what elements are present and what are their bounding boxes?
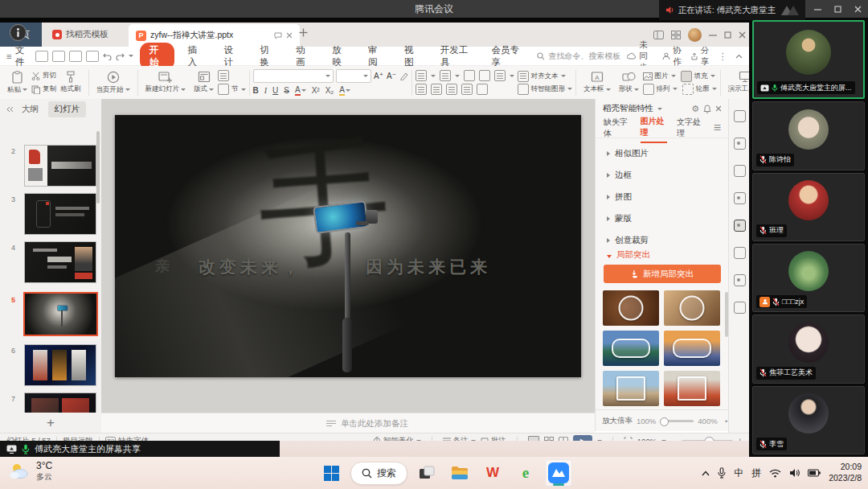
battery-icon[interactable] xyxy=(808,469,821,477)
columns-icon[interactable] xyxy=(477,84,488,95)
grid-layout-icon[interactable] xyxy=(671,31,681,39)
outline-button[interactable]: 轮廓 xyxy=(682,84,717,94)
taskbar-clock[interactable]: 20:09 2023/2/8 xyxy=(829,462,862,483)
tool-properties-icon[interactable] xyxy=(734,110,746,122)
font-size-combo[interactable] xyxy=(336,69,371,83)
ribbon-tab-member[interactable]: 会员专享 xyxy=(485,43,530,69)
italic-button[interactable]: I xyxy=(264,86,267,95)
print-icon[interactable] xyxy=(69,51,82,62)
tab-missing-fonts[interactable]: 缺失字体 xyxy=(604,113,631,142)
add-slide-button[interactable]: + xyxy=(0,413,101,433)
item-creative-crop[interactable]: 创意裁剪 xyxy=(607,234,649,247)
slide-layout-button[interactable]: 版式 xyxy=(190,71,218,94)
item-border[interactable]: 边框 xyxy=(607,169,632,182)
tool-image-edit-icon[interactable] xyxy=(734,192,746,204)
panel-menu-icon[interactable]: ≡ xyxy=(714,121,721,135)
ribbon-tab-design[interactable]: 设计 xyxy=(216,43,246,69)
preview-coffee-beans-magnifier[interactable] xyxy=(603,290,659,326)
preview-handwriting-magnifier[interactable] xyxy=(664,290,720,326)
shrink-font-icon[interactable]: A⁻ xyxy=(387,72,397,80)
participant-tile[interactable]: 李雪 xyxy=(752,386,865,454)
cut-button[interactable]: 剪切 xyxy=(31,71,56,81)
close-tab-icon[interactable] xyxy=(286,32,293,39)
align-text-button[interactable]: 对齐文本 xyxy=(518,71,573,81)
highlight-button[interactable]: A xyxy=(339,85,350,96)
tab-text-processing[interactable]: 文字处理 xyxy=(677,113,704,142)
item-local-highlight[interactable]: 局部突出 xyxy=(607,250,650,263)
preview-icon[interactable] xyxy=(86,51,99,62)
bullet-list-icon[interactable] xyxy=(416,70,427,81)
item-similar-images[interactable]: 相似图片 xyxy=(607,147,649,160)
participant-tile[interactable]: 焦菲工艺美术 xyxy=(752,314,865,383)
undo-icon[interactable] xyxy=(103,52,112,60)
bell-icon[interactable] xyxy=(703,105,711,113)
bold-button[interactable]: B xyxy=(253,86,259,95)
underline-button[interactable]: U xyxy=(272,86,278,95)
tool-layout-icon[interactable] xyxy=(734,247,746,259)
strike-button[interactable]: S xyxy=(284,86,289,95)
current-slide[interactable]: 手 亲 改变未来， 因为未来已来 xyxy=(115,115,581,377)
file-explorer-icon[interactable] xyxy=(446,459,473,487)
redo-icon[interactable] xyxy=(116,52,125,60)
ribbon-tab-slideshow[interactable]: 放映 xyxy=(325,43,354,69)
tool-help-icon[interactable] xyxy=(734,302,746,314)
paste-button[interactable]: 粘贴 xyxy=(3,71,31,95)
participant-tile[interactable]: 陈诗怡 xyxy=(752,101,865,170)
format-painter-button[interactable]: 格式刷 xyxy=(56,71,85,94)
add-local-highlight-button[interactable]: 新增局部突出 xyxy=(604,265,721,283)
meeting-info-icon[interactable] xyxy=(10,24,27,41)
fill-button[interactable]: 填充 xyxy=(681,71,715,81)
align-center-icon[interactable] xyxy=(431,84,442,95)
subscript-button[interactable]: X₂ xyxy=(326,86,334,95)
decrease-indent-icon[interactable] xyxy=(464,70,475,81)
item-collage[interactable]: 拼图 xyxy=(607,191,632,203)
wps-minimize-icon[interactable] xyxy=(709,31,717,39)
picture-button[interactable]: 图片 xyxy=(643,71,676,81)
window-layout-icon[interactable] xyxy=(653,31,664,39)
participant-tile[interactable]: 班理 xyxy=(752,173,865,241)
tab-image-processing[interactable]: 图片处理 xyxy=(641,113,668,143)
ribbon-tab-insert[interactable]: 插入 xyxy=(181,43,211,69)
magnification-slider[interactable] xyxy=(660,420,694,422)
browser-app-icon[interactable]: e xyxy=(512,459,539,487)
gear-icon[interactable]: ⚙ xyxy=(691,104,699,114)
volume-icon[interactable] xyxy=(789,468,800,478)
font-color-button[interactable]: A xyxy=(295,85,306,96)
tool-smart-features-icon[interactable] xyxy=(734,220,746,232)
wps-maximize-icon[interactable] xyxy=(724,31,731,39)
panel-title-caret-icon[interactable] xyxy=(657,108,662,110)
participant-tile-sharing[interactable]: 傅武亮大唐堂主的屏... xyxy=(752,20,865,99)
participant-tile[interactable]: □□□zjx xyxy=(752,244,865,312)
ribbon-tab-animation[interactable]: 动画 xyxy=(289,43,318,69)
collab-button[interactable]: 协作 xyxy=(662,45,682,68)
tray-mic-icon[interactable] xyxy=(718,467,726,479)
copy-button[interactable]: 复制 xyxy=(31,84,56,95)
quick-access-caret-icon[interactable] xyxy=(129,55,133,57)
weather-widget[interactable]: 3°C 多云 xyxy=(8,461,52,482)
minimize-icon[interactable] xyxy=(808,0,828,18)
thumbnail-scrollbar[interactable] xyxy=(96,131,100,203)
align-left-icon[interactable] xyxy=(416,84,427,95)
ribbon-tab-transition[interactable]: 切换 xyxy=(252,43,282,69)
panel-collapse-icon[interactable] xyxy=(6,106,14,113)
comment-icon[interactable] xyxy=(274,32,282,39)
slide-thumbnail-2[interactable] xyxy=(24,145,96,187)
tencent-meeting-app-icon[interactable] xyxy=(545,459,572,487)
start-button[interactable] xyxy=(317,459,345,487)
justify-icon[interactable] xyxy=(461,84,473,95)
new-tab-button[interactable] xyxy=(299,28,308,37)
task-view-button[interactable] xyxy=(413,459,440,487)
play-from-current-button[interactable]: 当页开始 xyxy=(92,71,134,95)
textbox-button[interactable]: A 文本框 xyxy=(579,71,615,94)
tab-slides[interactable]: 幻灯片 xyxy=(48,101,87,117)
tool-animation-icon[interactable] xyxy=(734,138,746,150)
close-icon[interactable] xyxy=(848,0,868,18)
wps-close-icon[interactable] xyxy=(739,31,746,39)
preview-city-sunset-capsule-magnifier[interactable] xyxy=(664,331,720,366)
share-button[interactable]: 分享 xyxy=(690,45,710,68)
ribbon-tab-devtools[interactable]: 开发工具 xyxy=(433,43,478,69)
superscript-button[interactable]: X² xyxy=(312,86,320,95)
tool-selection-pane-icon[interactable] xyxy=(734,165,746,177)
slide-thumbnail-4[interactable] xyxy=(24,241,96,283)
taskbar-search[interactable]: 搜索 xyxy=(350,462,407,485)
